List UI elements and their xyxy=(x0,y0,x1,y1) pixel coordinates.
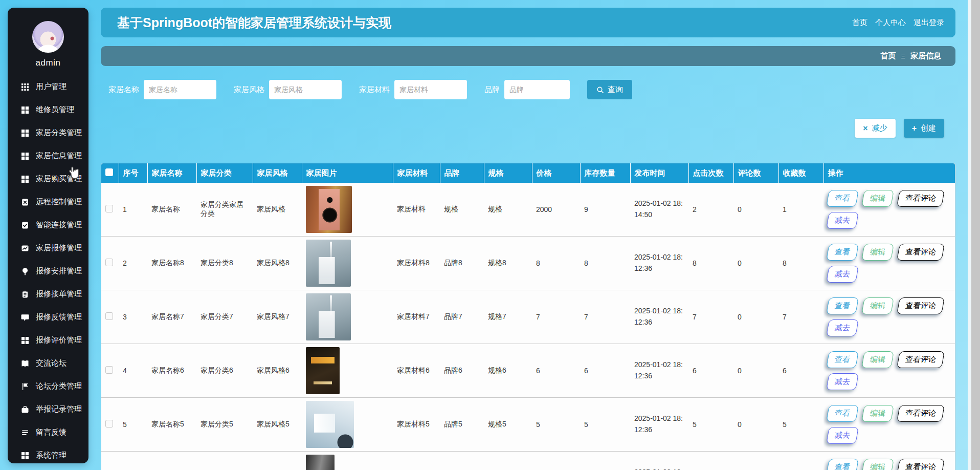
sidebar-item-label: 报修安排管理 xyxy=(36,266,82,276)
cell-time: 2025-01-02 18:12:36 xyxy=(630,237,688,290)
cell-name: 家居名称8 xyxy=(147,237,196,290)
row-actions: 查看编辑查看评论减去 xyxy=(828,244,950,283)
view-comments-button[interactable]: 查看评论 xyxy=(897,351,945,368)
subtract-button[interactable]: 减去 xyxy=(826,212,859,229)
subtract-button[interactable]: 减去 xyxy=(826,373,859,390)
breadcrumb-current: 家居信息 xyxy=(910,51,941,61)
edit-button[interactable]: 编辑 xyxy=(861,244,894,261)
sidebar-item-system-mgmt[interactable]: 系统管理 xyxy=(8,444,88,467)
view-comments-button[interactable]: 查看评论 xyxy=(897,244,945,261)
table-header-row: 序号家居名称家居分类家居风格家居图片家居材料品牌规格价格库存数量发布时间点击次数… xyxy=(101,163,955,183)
search-icon xyxy=(596,86,604,94)
x-icon: × xyxy=(863,124,867,133)
grid4-icon xyxy=(21,129,29,137)
sidebar-item-label: 举报记录管理 xyxy=(36,404,82,414)
home-material-input[interactable] xyxy=(394,80,467,99)
sidebar-item-forum[interactable]: 交流论坛 xyxy=(8,352,88,375)
view-button[interactable]: 查看 xyxy=(826,190,859,207)
sidebar-item-repair-schedule-mgmt[interactable]: 报修安排管理 xyxy=(8,260,88,283)
sidebar-item-smart-connect-mgmt[interactable]: 智能连接管理 xyxy=(8,213,88,237)
subtract-button[interactable]: 减去 xyxy=(826,319,859,336)
sidebar-item-home-repair-mgmt[interactable]: 家居报修管理 xyxy=(8,237,88,260)
cell-price: 8 xyxy=(532,237,580,290)
sidebar-item-repair-order-mgmt[interactable]: 报修接单管理 xyxy=(8,283,88,306)
sidebar-item-repair-feedback-mgmt[interactable]: 报修反馈管理 xyxy=(8,306,88,329)
cell-name xyxy=(147,452,196,470)
cell-material: 家居材料8 xyxy=(393,237,440,290)
cell-seq: 3 xyxy=(119,290,147,344)
sidebar-item-home-info-mgmt[interactable]: 家居信息管理 xyxy=(8,144,88,167)
brand-input[interactable] xyxy=(504,80,570,99)
subtract-button[interactable]: 减去 xyxy=(826,427,859,444)
home-name-input[interactable] xyxy=(144,80,216,99)
row-actions: 查看编辑查看评论减去 xyxy=(828,405,950,444)
edit-button[interactable]: 编辑 xyxy=(861,297,894,314)
select-all-checkbox[interactable] xyxy=(105,168,113,176)
scrollbar-gutter xyxy=(968,0,971,470)
view-button[interactable]: 查看 xyxy=(826,459,859,470)
filter-label-home-name: 家居名称 xyxy=(108,85,139,95)
filter-group-home-style: 家居风格 xyxy=(234,80,342,99)
view-button[interactable]: 查看 xyxy=(826,297,859,314)
search-button[interactable]: 查询 xyxy=(587,80,632,99)
publish-time: 2025-01-02 18:12:36 xyxy=(634,413,685,435)
sidebar-item-user-mgmt[interactable]: 用户管理 xyxy=(8,75,88,98)
cell-name: 家居名称6 xyxy=(147,344,196,398)
sidebar-item-home-category-mgmt[interactable]: 家居分类管理 xyxy=(8,121,88,144)
home-style-input[interactable] xyxy=(269,80,342,99)
nav-home[interactable]: 首页 xyxy=(852,18,867,28)
cell-style xyxy=(253,452,302,470)
row-checkbox[interactable] xyxy=(105,366,113,374)
grid4-icon xyxy=(21,175,29,183)
view-comments-button[interactable]: 查看评论 xyxy=(897,459,945,470)
sidebar-item-label: 远程控制管理 xyxy=(36,197,82,207)
edit-button[interactable]: 编辑 xyxy=(861,459,894,470)
sidebar-item-message-feedback[interactable]: 留言反馈 xyxy=(8,421,88,444)
breadcrumb-home[interactable]: 首页 xyxy=(881,51,896,61)
cell-time: 2025-01-02 18:12:36 xyxy=(630,344,688,398)
cell-category xyxy=(196,452,253,470)
row-checkbox[interactable] xyxy=(105,205,113,212)
sidebar-item-report-record-mgmt[interactable]: 举报记录管理 xyxy=(8,398,88,421)
cell-clicks: 5 xyxy=(688,398,733,452)
sidebar-item-label: 用户管理 xyxy=(36,82,66,92)
sidebar-item-remote-control-mgmt[interactable]: 远程控制管理 xyxy=(8,190,88,213)
row-checkbox[interactable] xyxy=(105,312,113,320)
cell-image xyxy=(302,183,393,237)
cell-clicks xyxy=(688,452,733,470)
sidebar-item-forum-category-mgmt[interactable]: 论坛分类管理 xyxy=(8,375,88,398)
view-comments-button[interactable]: 查看评论 xyxy=(897,190,945,207)
sidebar-item-label: 论坛分类管理 xyxy=(36,381,82,391)
cell-stock: 5 xyxy=(580,398,630,452)
cell-image xyxy=(302,452,393,470)
sidebar-item-repairman-mgmt[interactable]: 维修员管理 xyxy=(8,98,88,121)
cell-brand: 品牌8 xyxy=(440,237,484,290)
cell-comments xyxy=(733,452,778,470)
sidebar-item-home-purchase-mgmt[interactable]: 家居购买管理 xyxy=(8,167,88,190)
view-button[interactable]: 查看 xyxy=(826,244,859,261)
edit-button[interactable]: 编辑 xyxy=(861,190,894,207)
cell-category: 家居分类6 xyxy=(196,344,253,398)
product-image-book xyxy=(306,347,340,394)
sidebar-item-repair-review-mgmt[interactable]: 报修评价管理 xyxy=(8,329,88,352)
nav-profile[interactable]: 个人中心 xyxy=(875,18,906,28)
view-comments-button[interactable]: 查看评论 xyxy=(897,297,945,314)
create-button[interactable]: + 创建 xyxy=(904,119,944,138)
row-checkbox[interactable] xyxy=(105,420,113,428)
edit-button[interactable]: 编辑 xyxy=(861,351,894,368)
column-header-brand: 品牌 xyxy=(440,163,484,183)
view-button[interactable]: 查看 xyxy=(826,405,859,422)
cell-actions: 查看编辑查看评论减去 xyxy=(823,237,955,290)
view-comments-button[interactable]: 查看评论 xyxy=(897,405,945,422)
reduce-button[interactable]: × 减少 xyxy=(855,119,895,138)
avatar[interactable] xyxy=(32,21,64,53)
row-checkbox[interactable] xyxy=(105,259,113,266)
subtract-button[interactable]: 减去 xyxy=(826,266,859,283)
nav-logout[interactable]: 退出登录 xyxy=(914,18,944,28)
breadcrumb: 首页 Ξ 家居信息 xyxy=(101,46,955,66)
edit-button[interactable]: 编辑 xyxy=(861,405,894,422)
cell-brand xyxy=(440,452,484,470)
scrollbar[interactable] xyxy=(971,0,980,470)
sidebar-item-label: 智能连接管理 xyxy=(36,220,82,230)
view-button[interactable]: 查看 xyxy=(826,351,859,368)
